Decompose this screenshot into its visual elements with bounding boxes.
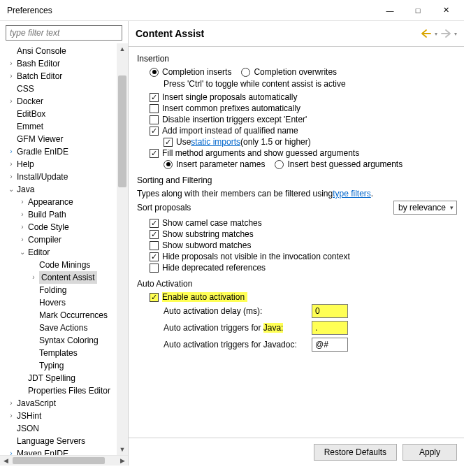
tree-item[interactable]: ›JavaScript [0, 397, 128, 410]
nav-dd-icon[interactable]: ▾ [435, 31, 437, 37]
tree-item[interactable]: ›Content Assist [0, 271, 128, 284]
tree-twisty-icon[interactable]: › [7, 70, 15, 82]
best-guessed-radio[interactable] [275, 160, 284, 169]
hide-invocation-checkbox[interactable] [150, 252, 159, 261]
completion-overwrites-label: Completion overwrites [254, 67, 337, 77]
tree-item[interactable]: ›Code Style [0, 221, 128, 233]
tree-item[interactable]: Mark Occurrences [0, 309, 128, 322]
preferences-tree[interactable]: Ansi Console›Bash Editor›Batch EditorCSS… [0, 43, 128, 455]
sidebar-scrollbar[interactable]: ▲ ▼ [117, 43, 128, 455]
tree-item[interactable]: ›Build Path [0, 208, 128, 221]
hscroll-right-icon[interactable]: ▶ [117, 457, 128, 464]
tree-item[interactable]: CSS [0, 82, 128, 95]
scroll-thumb[interactable] [118, 75, 126, 187]
hide-deprecated-checkbox[interactable] [150, 264, 159, 273]
tree-item[interactable]: ›Bash Editor [0, 57, 128, 70]
tree-item[interactable]: Templates [0, 347, 128, 359]
insert-prefixes-checkbox[interactable] [150, 104, 159, 113]
fill-method-label: Fill method arguments and show guessed a… [162, 148, 359, 158]
use-static-checkbox[interactable] [164, 138, 173, 147]
tree-item[interactable]: Code Minings [0, 259, 128, 271]
param-names-radio[interactable] [164, 160, 173, 169]
enable-auto-checkbox[interactable] [150, 293, 159, 302]
filter-input[interactable] [6, 25, 122, 41]
sort-proposals-combo[interactable]: by relevance ▾ [393, 201, 457, 215]
tree-item[interactable]: ›Help [0, 158, 128, 171]
tree-item-label: Properties Files Editor [28, 384, 110, 397]
tree-item[interactable]: ›Batch Editor [0, 70, 128, 82]
tree-twisty-icon[interactable]: › [18, 208, 27, 221]
add-import-checkbox[interactable] [150, 127, 159, 136]
tree-item[interactable]: EditBox [0, 108, 128, 120]
tree-item[interactable]: ›Appearance [0, 196, 128, 208]
nav-dd2-icon[interactable]: ▾ [454, 31, 457, 37]
tree-item[interactable]: Save Actions [0, 322, 128, 334]
scroll-up-icon[interactable]: ▲ [117, 43, 128, 55]
tree-twisty-icon[interactable]: › [7, 95, 15, 108]
tree-item-label: Bash Editor [17, 57, 60, 70]
tree-item[interactable]: ⌄Editor [0, 246, 128, 259]
hscroll-left-icon[interactable]: ◀ [0, 457, 11, 464]
tree-item[interactable]: GFM Viewer [0, 133, 128, 145]
tree-item[interactable]: JDT Spelling [0, 372, 128, 384]
tree-item-label: Templates [39, 347, 78, 359]
hscroll-thumb[interactable] [13, 457, 115, 464]
tree-twisty-icon[interactable]: ⌄ [7, 183, 15, 196]
tree-item-label: Language Servers [17, 435, 85, 447]
tree-twisty-icon[interactable]: ⌄ [18, 246, 27, 259]
nav-forward-button[interactable] [440, 28, 451, 39]
tree-item[interactable]: Language Servers [0, 435, 128, 447]
minimize-button[interactable]: — [376, 0, 404, 21]
tree-twisty-icon[interactable]: › [18, 196, 27, 208]
tree-item[interactable]: ›Gradle EnIDE [0, 145, 128, 158]
tree-item[interactable]: JSON [0, 422, 128, 435]
fill-method-checkbox[interactable] [150, 149, 159, 158]
tree-item[interactable]: Ansi Console [0, 45, 128, 57]
tree-twisty-icon[interactable]: › [7, 447, 15, 455]
disable-triggers-label: Disable insertion triggers except 'Enter… [162, 115, 307, 124]
tree-twisty-icon[interactable]: › [7, 145, 15, 158]
substring-checkbox[interactable] [150, 230, 159, 239]
tree-item[interactable]: Folding [0, 284, 128, 296]
insert-single-checkbox[interactable] [150, 93, 159, 102]
scroll-down-icon[interactable]: ▼ [117, 444, 128, 455]
tree-twisty-icon[interactable]: › [18, 233, 27, 246]
camel-checkbox[interactable] [150, 219, 159, 228]
apply-button[interactable]: Apply [403, 444, 457, 461]
tree-twisty-icon[interactable]: › [7, 397, 15, 410]
tree-twisty-icon[interactable]: › [7, 410, 15, 422]
close-button[interactable]: ✕ [432, 0, 460, 21]
tree-item[interactable]: ›JSHint [0, 410, 128, 422]
tree-item[interactable]: Properties Files Editor [0, 384, 128, 397]
tree-item[interactable]: ›Compiler [0, 233, 128, 246]
tree-twisty-icon[interactable]: › [29, 271, 38, 284]
sidebar-hscroll[interactable]: ◀ ▶ [0, 455, 128, 466]
subword-checkbox[interactable] [150, 241, 159, 250]
tree-twisty-icon[interactable]: › [7, 171, 15, 183]
tree-item[interactable]: ›Install/Update [0, 171, 128, 183]
completion-inserts-radio[interactable] [150, 68, 159, 77]
delay-input[interactable] [312, 304, 348, 318]
tree-item[interactable]: Hovers [0, 296, 128, 309]
restore-defaults-button[interactable]: Restore Defaults [314, 444, 397, 461]
nav-back-button[interactable] [421, 28, 432, 39]
type-filters-link[interactable]: type filters [333, 189, 371, 199]
tree-item[interactable]: ⌄Java [0, 183, 128, 196]
tree-item[interactable]: Typing [0, 359, 128, 372]
tree-item[interactable]: ›Docker [0, 95, 128, 108]
tree-twisty-icon[interactable]: › [7, 158, 15, 171]
tree-item[interactable]: Emmet [0, 120, 128, 133]
javadoc-trigger-input[interactable] [312, 338, 348, 352]
tree-twisty-icon[interactable]: › [7, 57, 15, 70]
substring-label: Show substring matches [162, 229, 254, 239]
static-imports-link[interactable]: static imports [191, 137, 240, 147]
maximize-button[interactable]: □ [404, 0, 432, 21]
completion-overwrites-radio[interactable] [241, 68, 250, 77]
tree-item[interactable]: Syntax Coloring [0, 334, 128, 347]
java-trigger-input[interactable] [312, 321, 348, 335]
completion-inserts-label: Completion inserts [162, 67, 231, 77]
java-trigger-label-pre: Auto activation triggers for [164, 323, 263, 333]
tree-item[interactable]: ›Maven EnIDE [0, 447, 128, 455]
disable-triggers-checkbox[interactable] [150, 115, 159, 124]
tree-twisty-icon[interactable]: › [18, 221, 27, 233]
